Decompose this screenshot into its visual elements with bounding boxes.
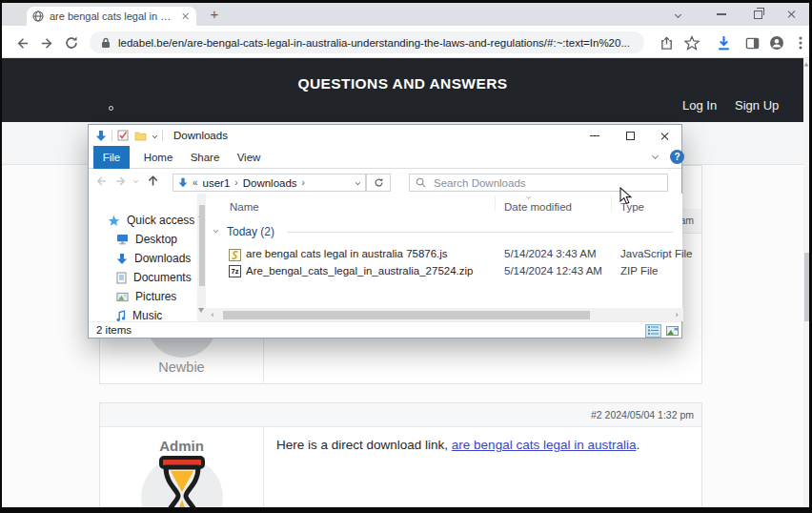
file-row-js[interactable]: are bengal cats legal in australia 75876… [206,246,682,263]
address-bar[interactable]: ledabel.be/en/are-bengal-cats-legal-in-a… [90,31,644,53]
post-2-body-suffix: . [636,438,639,452]
help-icon[interactable]: ? [670,150,684,164]
tab-view[interactable]: View [233,146,265,169]
breadcrumb-sep-icon: › [234,177,237,188]
ribbon-collapse-chevron-icon[interactable] [652,153,659,159]
column-header-name[interactable]: Name [230,201,259,213]
column-separator[interactable] [495,195,496,211]
details-view-button[interactable] [645,324,661,338]
log-in-link[interactable]: Log In [682,98,717,113]
tab-strip: are bengal cats legal in australia [2,3,809,26]
header-dot-icon [109,106,113,111]
share-icon[interactable] [656,32,677,53]
sidebar-documents-label: Documents [133,271,192,284]
sidebar-item-downloads[interactable]: Downloads [116,249,191,268]
breadcrumb-user1[interactable]: user1 [203,177,231,189]
sidebar-quick-access-label: Quick access [127,214,194,227]
group-header-today[interactable]: Today (2) [227,225,274,238]
sidebar-item-pictures[interactable]: Pictures [116,287,176,306]
tab-close-icon[interactable] [182,12,190,20]
file-type: JavaScript File [620,248,692,259]
page-scrollbar-thumb[interactable] [804,253,809,321]
site-header: QUESTIONS AND ANSWERS Log In Sign Up [2,58,803,122]
window-minimize-button[interactable] [713,8,730,21]
breadcrumb-overflow[interactable]: « [193,177,198,188]
frame-top [0,0,812,3]
quick-access-star-icon [108,215,120,227]
explorer-maximize-button[interactable] [616,129,644,143]
sign-up-link[interactable]: Sign Up [735,98,779,113]
column-header-date-modified[interactable]: Date modified [504,201,572,213]
search-input[interactable] [432,176,622,190]
documents-icon [116,272,127,284]
horizontal-scrollbar-thumb[interactable] [223,311,590,319]
download-icon[interactable] [713,32,734,53]
address-row: « user1 › Downloads › [89,169,681,194]
tab-title: are bengal cats legal in australia [50,10,175,22]
explorer-minimize-button[interactable] [580,129,609,143]
qat-dropdown-chevron-icon[interactable] [152,133,157,137]
forward-icon[interactable] [36,32,57,53]
file-explorer-window: Downloads File Home Share View ? [88,124,682,339]
breadcrumb-downloads-icon [178,177,188,188]
bookmark-star-icon[interactable] [681,32,702,53]
search-icon [416,177,426,188]
sidebar-scrollbar[interactable] [197,194,206,321]
scroll-left-icon[interactable]: ‹ [206,310,219,319]
sidebar-item-desktop[interactable]: Desktop [116,230,177,249]
sidebar-scrollbar-thumb[interactable] [199,205,205,286]
back-icon[interactable] [11,32,32,53]
sidebar-desktop-label: Desktop [135,233,177,246]
nav-back-icon[interactable] [94,174,108,192]
sidebar-item-documents[interactable]: Documents [116,268,192,287]
profile-avatar-icon[interactable] [766,32,787,53]
post-2-body-prefix: Here is a direct download link, [276,438,452,452]
menu-dots-icon[interactable] [790,32,811,53]
nav-up-icon[interactable] [146,174,160,192]
tab-search-chevron-icon[interactable] [669,8,686,21]
tab-file[interactable]: File [93,146,130,169]
horizontal-scrollbar[interactable]: ‹ › [206,308,683,321]
file-name[interactable]: Are_bengal_cats_legal_in_australia_27524… [246,265,474,277]
refresh-button[interactable] [366,174,391,192]
nav-history-chevron-icon[interactable] [133,178,138,183]
url-text: ledabel.be/en/are-bengal-cats-legal-in-a… [118,37,630,49]
globe-favicon-icon [32,10,44,22]
group-rule [287,232,673,233]
explorer-window-title: Downloads [173,130,228,141]
file-type: ZIP File [620,265,658,277]
reload-icon[interactable] [61,32,82,53]
breadcrumb-downloads[interactable]: Downloads [243,177,297,189]
breadcrumb-sep-icon-2: › [302,177,305,188]
explorer-close-button[interactable] [651,129,680,143]
file-name[interactable]: are bengal cats legal in australia 75876… [246,248,448,259]
browser-tab[interactable]: are bengal cats legal in australia [27,7,196,26]
breadcrumb-bar[interactable]: « user1 › Downloads › [173,174,366,192]
file-date: 5/14/2024 3:43 AM [504,248,597,259]
group-collapse-chevron-icon[interactable] [213,228,219,234]
post-2-download-link[interactable]: are bengal cats legal in australia [452,438,637,452]
new-tab-button[interactable]: + [206,6,223,23]
file-row-zip[interactable]: 7z Are_bengal_cats_legal_in_australia_27… [206,263,682,280]
tab-home[interactable]: Home [141,146,175,169]
file-list-pane: Name Date modified Type Today (2) are be… [206,194,682,308]
sidebar-item-quick-access[interactable]: Quick access [108,211,194,230]
window-close-button[interactable] [783,8,801,21]
quick-access-checkbox-icon[interactable] [117,130,129,141]
folder-icon[interactable] [134,131,147,141]
post-1-role-label: Newbie [100,359,263,375]
desktop-icon [116,234,129,245]
side-panel-icon[interactable] [741,32,762,53]
address-dropdown-chevron-icon[interactable] [355,180,360,185]
window-restore-button[interactable] [749,8,766,21]
scroll-right-icon[interactable]: › [670,310,683,319]
column-separator[interactable] [611,195,612,211]
tab-share[interactable]: Share [187,146,223,169]
thumbnail-view-button[interactable] [664,324,680,338]
sidebar-pictures-label: Pictures [135,290,176,303]
post-2-body: Here is a direct download link, are beng… [276,436,660,454]
status-bar: 2 items [89,321,681,338]
file-date: 5/14/2024 12:43 AM [504,265,602,277]
nav-forward-icon[interactable] [114,174,128,192]
pictures-icon [116,292,129,302]
